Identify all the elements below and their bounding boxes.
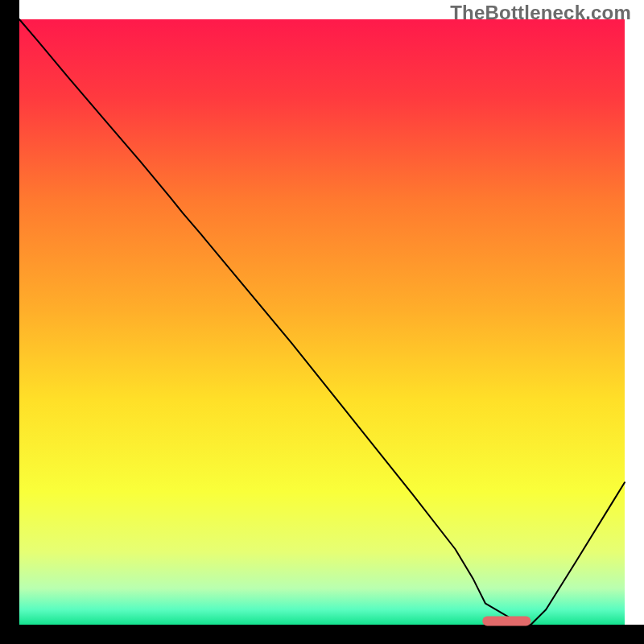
plot-background	[19, 19, 625, 625]
chart-container: TheBottleneck.com	[0, 0, 644, 644]
x-axis	[0, 625, 644, 644]
optimal-range-marker	[482, 616, 530, 625]
watermark-text: TheBottleneck.com	[450, 2, 631, 24]
y-axis	[0, 0, 19, 644]
bottleneck-chart	[0, 0, 644, 644]
